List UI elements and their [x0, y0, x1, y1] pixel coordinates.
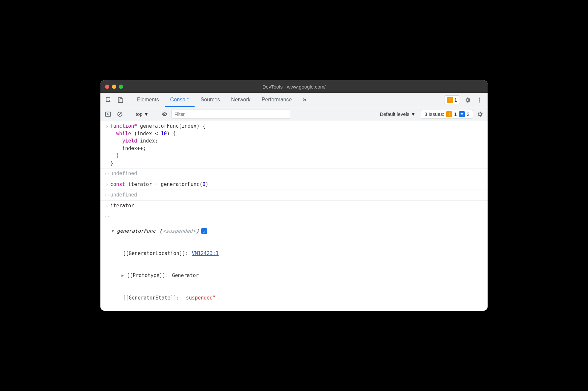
console-settings-icon[interactable] [475, 111, 485, 117]
maximize-icon[interactable] [119, 85, 123, 89]
info-icon: = [459, 111, 465, 117]
object-property[interactable]: [[GeneratorLocation]]: VM12423:1 [112, 250, 484, 257]
object-header[interactable]: generatorFunc { <suspended> } i [112, 227, 484, 235]
log-levels-select[interactable]: Default levels ▼ [376, 111, 419, 117]
tab-network[interactable]: Network [226, 93, 256, 107]
context-label: top [136, 111, 143, 117]
svg-point-4 [479, 99, 480, 100]
kebab-menu-icon[interactable] [474, 93, 485, 107]
console-toolbar: top ▼ Default levels ▼ 3 Issues: ! 1 = 2 [100, 107, 488, 121]
devtools-window: DevTools - www.google.com/ Elements Cons… [100, 80, 488, 311]
chevron-down-icon: ▼ [411, 111, 415, 117]
console-input-row: › iterator [100, 201, 488, 212]
tabbar: Elements Console Sources Network Perform… [100, 93, 488, 107]
chevron-down-icon: ▼ [144, 111, 149, 117]
console-output-row: ‹· undefined [100, 190, 488, 201]
code-entry: const iterator = generatorFunc(0) [110, 181, 484, 188]
issues-count: 1 [454, 97, 457, 103]
input-chevron-icon: › [104, 202, 110, 210]
issues-info-count: 2 [467, 111, 469, 117]
filter-input[interactable] [172, 110, 290, 119]
device-toggle-icon[interactable] [115, 93, 126, 107]
code-entry: function* generatorFunc(index) { while (… [110, 122, 484, 167]
input-chevron-icon: › [104, 122, 110, 130]
issues-pill[interactable]: ! 1 [444, 95, 460, 104]
live-expression-icon[interactable] [160, 111, 170, 117]
console-output-row: ‹· undefined [100, 169, 488, 179]
info-icon[interactable]: i [201, 228, 207, 234]
console-input-row: › const iterator = generatorFunc(0) [100, 179, 488, 190]
output-value: undefined [110, 170, 484, 177]
inspect-icon[interactable] [103, 93, 114, 107]
output-chevron-icon: ‹· [104, 191, 110, 199]
input-chevron-icon: › [104, 181, 110, 189]
settings-icon[interactable] [462, 93, 473, 107]
console-body[interactable]: › function* generatorFunc(index) { while… [100, 121, 488, 311]
window-title: DevTools - www.google.com/ [100, 84, 488, 90]
svg-rect-2 [120, 98, 122, 102]
tab-sources[interactable]: Sources [195, 93, 225, 107]
context-select[interactable]: top ▼ [133, 111, 151, 117]
disclosure-triangle-icon[interactable] [121, 273, 126, 278]
output-value: undefined [110, 191, 484, 199]
code-entry: iterator [110, 202, 484, 210]
output-chevron-icon: ‹· [104, 213, 110, 221]
warning-icon: ! [447, 97, 453, 103]
tab-console[interactable]: Console [165, 93, 195, 107]
levels-label: Default levels [380, 111, 409, 117]
svg-point-3 [479, 97, 480, 98]
divider [129, 95, 129, 104]
issues-box[interactable]: 3 Issues: ! 1 = 2 [421, 110, 473, 118]
object-inspector: generatorFunc { <suspended> } i [[Genera… [110, 213, 484, 311]
warning-icon: ! [446, 111, 452, 117]
console-input-row: › function* generatorFunc(index) { while… [100, 121, 488, 169]
disclosure-triangle-icon[interactable] [112, 228, 116, 234]
issues-warn-count: 1 [454, 111, 457, 117]
console-output-row: ‹· generatorFunc { <suspended> } i [[Gen… [100, 211, 488, 311]
svg-point-8 [164, 114, 165, 115]
object-property[interactable]: [[Prototype]]: Generator [112, 272, 484, 279]
tab-elements[interactable]: Elements [132, 93, 164, 107]
svg-point-5 [479, 101, 480, 102]
issues-label: 3 Issues: [424, 111, 444, 117]
traffic-lights [105, 85, 123, 89]
object-name: generatorFunc [117, 227, 158, 235]
source-link[interactable]: VM12423:1 [192, 250, 219, 257]
minimize-icon[interactable] [112, 85, 116, 89]
titlebar: DevTools - www.google.com/ [100, 80, 488, 93]
sidebar-toggle-icon[interactable] [103, 111, 113, 117]
more-tabs-icon[interactable] [298, 93, 311, 107]
close-icon[interactable] [105, 85, 109, 89]
tab-performance[interactable]: Performance [256, 93, 297, 107]
object-property[interactable]: [[GeneratorState]]: "suspended" [112, 294, 484, 302]
output-chevron-icon: ‹· [104, 170, 110, 178]
clear-console-icon[interactable] [115, 111, 125, 117]
